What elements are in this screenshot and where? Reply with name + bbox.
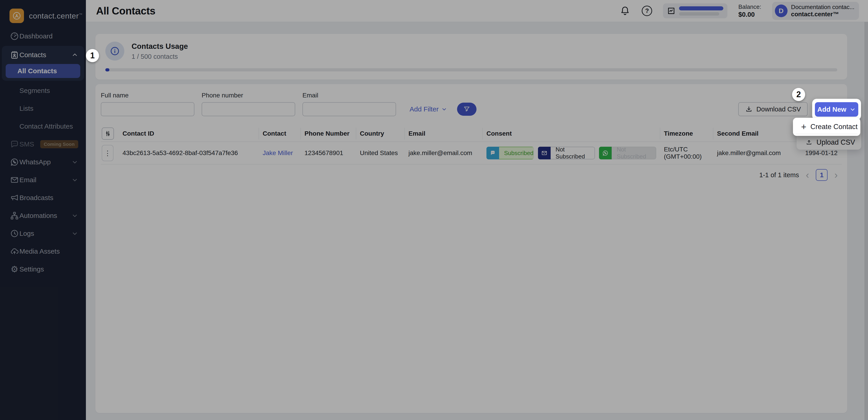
annotation-step-1: 1 (86, 49, 99, 62)
menu-item-create-contact[interactable]: + Create Contact (793, 118, 860, 136)
dim-overlay (0, 0, 868, 420)
add-new-highlight: Add New (812, 99, 861, 120)
create-contact-label: Create Contact (810, 123, 858, 131)
add-new-label: Add New (817, 106, 846, 113)
annotation-step-2: 2 (792, 88, 805, 101)
plus-icon: + (801, 122, 806, 131)
add-new-button[interactable]: Add New (815, 102, 858, 117)
chevron-down-icon (849, 106, 856, 113)
